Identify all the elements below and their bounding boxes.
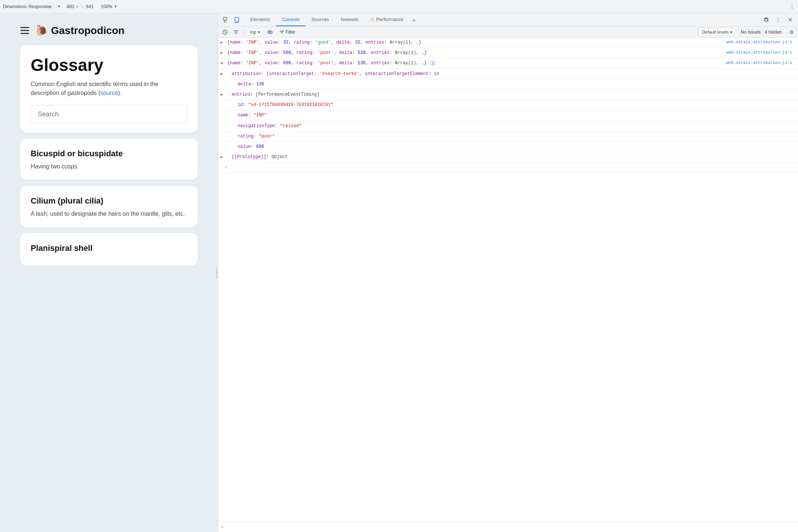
hamburger-menu[interactable]	[20, 27, 29, 34]
clear-console-button[interactable]	[221, 28, 229, 37]
svg-line-2	[224, 21, 226, 23]
filter-label: Filter	[286, 30, 296, 35]
device-toolbar-button[interactable]	[232, 15, 242, 25]
filter-toggle-button[interactable]	[232, 28, 241, 37]
close-icon: ×	[81, 4, 84, 10]
entry-2-navtype: navigationType: "reload"	[218, 121, 798, 132]
entry-2-name: name: "INP"	[218, 110, 798, 121]
settings-button[interactable]	[761, 15, 771, 25]
dimensions-section: Dimensions: Responsive ▾ 400 × × 641 100…	[3, 1, 117, 12]
main-split: 🐌 Gastropodicon Glossary Common English …	[0, 13, 798, 532]
devtools-topbar: Elements Console Sources Network ⚠ Perfo…	[218, 13, 798, 27]
devtools-right-icons: ⋮ ✕	[758, 15, 798, 25]
glossary-card: Glossary Common English and scientific t…	[20, 45, 198, 133]
prompt-chevron: ›	[224, 165, 227, 170]
entry-2-rating: rating: "poor"	[218, 132, 798, 142]
file-link-0[interactable]: web-vitals.attribution.js:1	[726, 39, 795, 46]
console-entry-1: ▶ web-vitals.attribution.js:1 {name: 'IN…	[218, 48, 798, 58]
tab-network[interactable]: Network	[335, 13, 365, 26]
devtools-subbar: top ▾ Filter Default levels ▾	[218, 27, 798, 38]
no-issues-text: No Issues	[741, 30, 760, 35]
left-panel: 🐌 Gastropodicon Glossary Common English …	[0, 13, 218, 532]
site-title: 🐌 Gastropodicon	[35, 24, 125, 37]
search-input[interactable]	[31, 105, 187, 124]
devtools-panel: Elements Console Sources Network ⚠ Perfo…	[218, 13, 798, 532]
level-dropdown-icon: ▾	[730, 30, 732, 35]
hidden-count: 4 hidden	[765, 30, 782, 35]
entry-0-content: {name: 'INP', value: 32, rating: 'good',…	[227, 40, 422, 45]
entry-2-prototype: ▶ [[Prototype]]: Object	[218, 152, 798, 163]
tab-more-button[interactable]: »	[409, 13, 418, 26]
entry-2-attribution: ▶ attribution: {interactionTarget: '#sea…	[218, 69, 798, 79]
tab-performance[interactable]: ⚠ Performance	[364, 13, 409, 26]
svg-rect-0	[223, 17, 227, 20]
glossary-desc-prefix: Common English and scientific terms used…	[31, 81, 158, 96]
context-value: top	[250, 30, 256, 35]
topbar-more-icon[interactable]: ⋮	[789, 3, 795, 10]
level-value: Default levels	[702, 30, 729, 35]
snail-icon: 🐌	[35, 24, 48, 37]
close-devtools-button[interactable]: ✕	[785, 15, 795, 25]
site-title-text: Gastropodicon	[51, 25, 125, 37]
console-input[interactable]	[225, 524, 795, 529]
context-dropdown-icon: ▾	[258, 30, 260, 35]
prototype-toggle[interactable]: ▶	[221, 154, 223, 160]
entry-2-main: {name: 'INP', value: 696, rating: 'poor'…	[227, 61, 427, 66]
toggle-icon-0[interactable]: ▶	[221, 40, 223, 46]
term-def-1: A lash; used to designate the hairs on t…	[31, 209, 187, 218]
entry-1-content: {name: 'INP', value: 560, rating: 'poor'…	[227, 50, 427, 55]
glossary-description: Common English and scientific terms used…	[31, 80, 187, 98]
dimensions-label: Dimensions: Responsive	[3, 4, 52, 9]
width-value[interactable]: 400	[66, 4, 74, 9]
panel-resize-handle[interactable]	[215, 13, 218, 532]
topbar-more[interactable]: ⋮	[789, 3, 795, 10]
console-entry-0: ▶ web-vitals.attribution.js:1 {name: 'IN…	[218, 38, 798, 48]
console-output: ▶ web-vitals.attribution.js:1 {name: 'IN…	[218, 38, 798, 521]
issues-badge: No Issues 4 hidden	[738, 29, 785, 35]
inspect-element-button[interactable]	[221, 15, 231, 25]
term-card-2: Planispiral shell	[20, 233, 198, 266]
entry-2-id: id: "v4-1715704899419-7631921820701"	[218, 100, 798, 110]
tab-console[interactable]: Console	[276, 13, 306, 26]
svg-point-7	[268, 31, 272, 34]
term-card-1: Cilium (plural cilia) A lash; used to de…	[20, 186, 198, 227]
height-value[interactable]: 641	[86, 4, 93, 9]
svg-point-8	[269, 31, 271, 33]
term-def-0: Having two cusps.	[31, 162, 187, 171]
source-link[interactable]: source	[100, 90, 118, 96]
term-title-2: Planispiral shell	[31, 243, 187, 253]
entry-2-entries: ▶ entries: [PerformanceEventTiming]	[218, 90, 798, 100]
filter-button[interactable]: Filter	[277, 29, 299, 35]
console-prompt: ›	[218, 521, 798, 532]
top-bar: Dimensions: Responsive ▾ 400 × × 641 100…	[0, 0, 798, 13]
info-badge[interactable]: i	[429, 61, 436, 66]
more-options-button[interactable]: ⋮	[773, 15, 783, 25]
subbar-separator	[243, 29, 244, 35]
toggle-icon-2[interactable]: ▶	[219, 62, 225, 65]
entries-toggle[interactable]: ▶	[221, 92, 223, 98]
console-next-prompt: ›	[218, 163, 798, 173]
performance-warn-icon: ⚠	[370, 17, 375, 22]
live-expression-button[interactable]	[266, 28, 274, 37]
devtools-left-icons	[218, 15, 244, 25]
tab-sources[interactable]: Sources	[306, 13, 335, 26]
glossary-desc-suffix: ).	[118, 90, 122, 96]
term-card-0: Bicuspid or bicuspidate Having two cusps…	[20, 139, 198, 180]
log-level-selector[interactable]: Default levels ▾	[699, 28, 736, 36]
context-selector[interactable]: top ▾	[247, 28, 263, 36]
tab-elements[interactable]: Elements	[244, 13, 276, 26]
term-title-0: Bicuspid or bicuspidate	[31, 149, 187, 158]
entry-2-delta: delta: 136	[218, 79, 798, 90]
zoom-dropdown-icon[interactable]: ▾	[115, 4, 117, 9]
term-title-1: Cilium (plural cilia)	[31, 196, 187, 206]
zoom-label[interactable]: 100%	[101, 4, 112, 9]
dimensions-dropdown-icon[interactable]: ▾	[54, 1, 64, 12]
toggle-icon-1[interactable]: ▶	[221, 50, 223, 56]
attribution-toggle[interactable]: ▶	[221, 71, 223, 77]
site-header: 🐌 Gastropodicon	[20, 24, 198, 37]
prompt-icon: ›	[221, 524, 223, 530]
console-settings-button[interactable]: ⚙	[787, 28, 796, 37]
website-content: 🐌 Gastropodicon Glossary Common English …	[13, 13, 205, 283]
file-link-1[interactable]: web-vitals.attribution.js:1	[726, 50, 795, 56]
file-link-2[interactable]: web-vitals.attribution.js:1	[726, 60, 795, 66]
